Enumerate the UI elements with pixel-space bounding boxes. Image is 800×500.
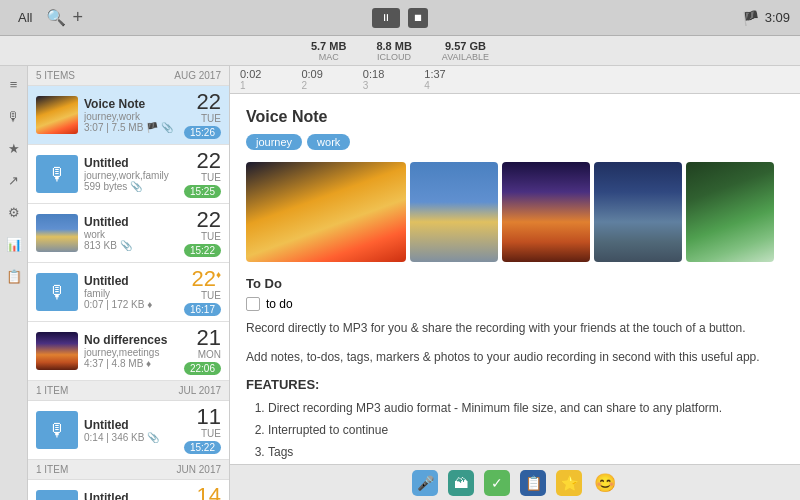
item-time-badge: 15:22 (184, 244, 221, 257)
todo-item: to do (246, 297, 784, 311)
section-month: AUG 2017 (174, 70, 221, 81)
sidebar-icon-mic[interactable]: 🎙 (4, 106, 24, 126)
photo-thumbnail[interactable] (502, 162, 590, 262)
features-list: Direct recording MP3 audio format - Mini… (246, 398, 784, 464)
storage-mac: 5.7 MB MAC (311, 40, 346, 62)
toolbar-mic-icon[interactable]: 🎤 (412, 470, 438, 496)
item-dow: MON (184, 349, 221, 360)
toolbar-notes-icon[interactable]: 📋 (520, 470, 546, 496)
item-info: Untitled journey 0:10 | 257 KB ♦ 📎 (84, 491, 180, 500)
item-date-area: 21 MON 22:06 (184, 327, 221, 375)
item-tags: family (84, 288, 180, 299)
item-dow: TUE (184, 428, 221, 439)
timeline: 0:02 1 0:09 2 0:18 3 1:37 4 (230, 66, 800, 94)
sidebar-icon-list[interactable]: 📋 (4, 266, 24, 286)
item-day: 22 (184, 91, 221, 113)
list-item[interactable]: 🎙 Untitled journey 0:10 | 257 KB ♦ 📎 14 … (28, 480, 229, 500)
storage-icloud: 8.8 MB ICLOUD (376, 40, 411, 62)
sidebar-wrapper: ≡ 🎙 ★ ↗ ⚙ 📊 📋 5 ITEMS AUG 2017 Voice Not… (0, 66, 230, 500)
item-tags: journey,work (84, 111, 180, 122)
add-icon[interactable]: + (72, 7, 83, 28)
main-content: ≡ 🎙 ★ ↗ ⚙ 📊 📋 5 ITEMS AUG 2017 Voice Not… (0, 66, 800, 500)
item-info: Untitled family 0:07 | 172 KB ♦ (84, 274, 180, 310)
toolbar-check-icon[interactable]: ✓ (484, 470, 510, 496)
item-day: 22 (184, 150, 221, 172)
todo-text: to do (266, 297, 293, 311)
item-day: 22♦ (184, 268, 221, 290)
item-title: Voice Note (84, 97, 180, 111)
timeline-marker-1: 0:02 1 (240, 68, 261, 91)
todo-section-title: To Do (246, 276, 784, 291)
right-panel: Voice Note journey work To Do to do Reco… (230, 94, 800, 464)
section-header-jun: 1 ITEM JUN 2017 (28, 460, 229, 480)
item-date-area: 14 WED 15:22 (184, 485, 221, 500)
timeline-num: 3 (363, 80, 369, 91)
tags-row: journey work (246, 134, 784, 150)
sidebar-list: 5 ITEMS AUG 2017 Voice Note journey,work… (28, 66, 229, 500)
timeline-marker-2: 0:09 2 (301, 68, 322, 91)
item-thumbnail-mic: 🎙 (36, 273, 78, 311)
pause-button[interactable]: ⏸ (372, 8, 400, 28)
item-title: No differences (84, 333, 180, 347)
top-bar-right: 🏴 3:09 (742, 10, 790, 26)
all-button[interactable]: All (10, 8, 40, 27)
list-item[interactable]: 🎙 Untitled 0:14 | 346 KB 📎 11 TUE 15:22 (28, 401, 229, 460)
photo-thumbnail[interactable] (410, 162, 498, 262)
item-thumbnail-mic: 🎙 (36, 411, 78, 449)
sidebar-icon-settings[interactable]: ⚙ (4, 202, 24, 222)
timeline-marker-3: 0:18 3 (363, 68, 384, 91)
toolbar-star-icon[interactable]: ⭐ (556, 470, 582, 496)
sidebar-icon-chart[interactable]: 📊 (4, 234, 24, 254)
photo-thumbnail[interactable] (686, 162, 774, 262)
sidebar-icon-menu[interactable]: ≡ (4, 74, 24, 94)
item-title: Untitled (84, 274, 180, 288)
photo-thumbnail[interactable] (594, 162, 682, 262)
item-date-area: 22♦ TUE 16:17 (184, 268, 221, 316)
item-time-badge: 22:06 (184, 362, 221, 375)
item-meta: 0:07 | 172 KB ♦ (84, 299, 180, 310)
item-day: 14 (184, 485, 221, 500)
toolbar-smile-icon[interactable]: 😊 (592, 470, 618, 496)
search-icon[interactable]: 🔍 (46, 8, 66, 27)
right-column: 0:02 1 0:09 2 0:18 3 1:37 4 Voice Note j… (230, 66, 800, 500)
timeline-time: 0:09 (301, 68, 322, 80)
list-item[interactable]: 🎙 Untitled journey,work,family 599 bytes… (28, 145, 229, 204)
photos-row (246, 162, 784, 262)
item-title: Untitled (84, 491, 180, 500)
playback-controls: ⏸ ⏹ (372, 8, 428, 28)
item-info: Untitled journey,work,family 599 bytes 📎 (84, 156, 180, 192)
section-items-count: 1 ITEM (36, 385, 68, 396)
list-item[interactable]: Voice Note journey,work 3:07 | 7.5 MB 🏴 … (28, 86, 229, 145)
item-day: 21 (184, 327, 221, 349)
sidebar-icon-share[interactable]: ↗ (4, 170, 24, 190)
item-info: No differences journey,meetings 4:37 | 4… (84, 333, 180, 369)
item-thumbnail (36, 214, 78, 252)
list-item[interactable]: 🎙 Untitled family 0:07 | 172 KB ♦ 22♦ TU… (28, 263, 229, 322)
mac-label: MAC (311, 52, 346, 62)
item-day: 11 (184, 406, 221, 428)
tag-work[interactable]: work (307, 134, 350, 150)
bottom-toolbar: 🎤 🏔 ✓ 📋 ⭐ 😊 (230, 464, 800, 500)
todo-checkbox[interactable] (246, 297, 260, 311)
item-dow: TUE (184, 290, 221, 301)
item-day: 22 (184, 209, 221, 231)
section-header-aug: 5 ITEMS AUG 2017 (28, 66, 229, 86)
timeline-time: 1:37 (424, 68, 445, 80)
list-item[interactable]: Untitled work 813 KB 📎 22 TUE 15:22 (28, 204, 229, 263)
item-thumbnail-mic: 🎙 (36, 155, 78, 193)
item-title: Untitled (84, 156, 180, 170)
sidebar-icon-star[interactable]: ★ (4, 138, 24, 158)
toolbar-mountain-icon[interactable]: 🏔 (448, 470, 474, 496)
available-value: 9.57 GB (442, 40, 489, 52)
description-2: Add notes, to-dos, tags, markers & photo… (246, 348, 784, 367)
timeline-num: 4 (424, 80, 430, 91)
tag-journey[interactable]: journey (246, 134, 302, 150)
timeline-time: 0:18 (363, 68, 384, 80)
item-date-area: 22 TUE 15:22 (184, 209, 221, 257)
list-item[interactable]: No differences journey,meetings 4:37 | 4… (28, 322, 229, 381)
item-meta: 3:07 | 7.5 MB 🏴 📎 (84, 122, 180, 133)
item-time-badge: 15:26 (184, 126, 221, 139)
photo-thumbnail[interactable] (246, 162, 406, 262)
features-title: FEATURES: (246, 377, 784, 392)
stop-button[interactable]: ⏹ (408, 8, 428, 28)
